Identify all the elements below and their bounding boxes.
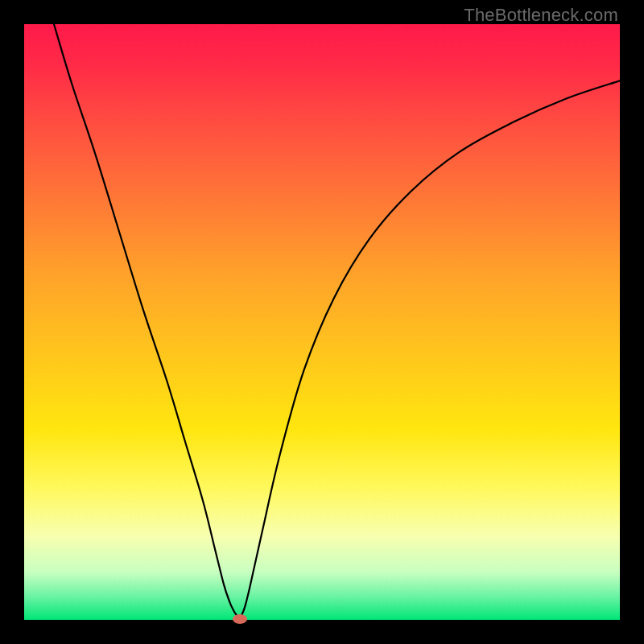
gradient-background (24, 24, 620, 620)
watermark-text: TheBottleneck.com (464, 5, 618, 26)
svg-rect-0 (24, 24, 620, 620)
chart-frame: TheBottleneck.com (0, 0, 644, 644)
optimum-marker (233, 614, 247, 624)
plot-area (24, 24, 620, 620)
